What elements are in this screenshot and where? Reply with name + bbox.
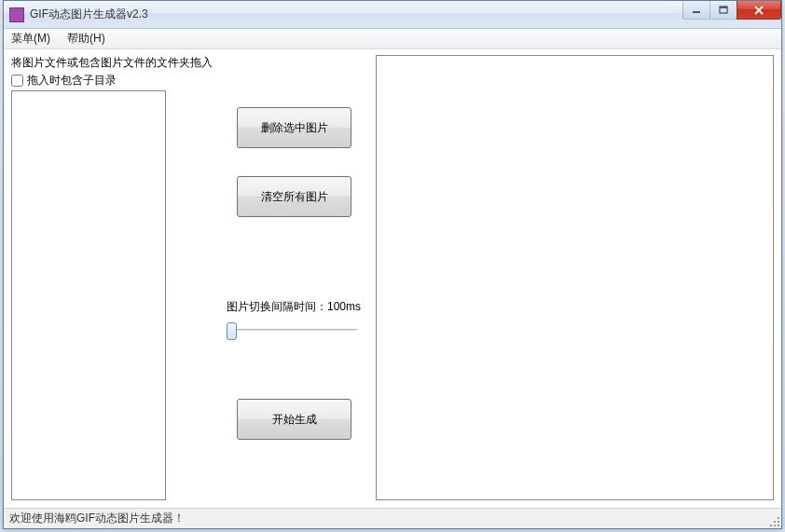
maximize-icon <box>719 6 728 15</box>
start-generate-button[interactable]: 开始生成 <box>237 399 351 440</box>
start-generate-label: 开始生成 <box>272 412 317 428</box>
delete-selected-label: 删除选中图片 <box>261 120 328 136</box>
slider-thumb[interactable] <box>227 322 237 340</box>
image-listbox[interactable] <box>11 90 166 500</box>
main-row: 将图片文件或包含图片文件的文件夹拖入 拖入时包含子目录 删除选中图片 清空所有图… <box>11 55 774 500</box>
menu-item-help[interactable]: 帮助(H) <box>67 31 105 47</box>
interval-slider[interactable] <box>227 319 362 343</box>
menubar: 菜单(M) 帮助(H) <box>4 29 781 49</box>
minimize-button[interactable] <box>682 1 710 20</box>
menu-item-menu[interactable]: 菜单(M) <box>11 31 50 47</box>
clear-all-label: 清空所有图片 <box>261 189 328 205</box>
client-area: 将图片文件或包含图片文件的文件夹拖入 拖入时包含子目录 删除选中图片 清空所有图… <box>4 49 781 508</box>
svg-rect-0 <box>693 11 700 13</box>
window-buttons <box>683 1 781 20</box>
include-subdir-label: 拖入时包含子目录 <box>27 73 117 89</box>
delete-selected-button[interactable]: 删除选中图片 <box>237 107 351 148</box>
middle-column: 删除选中图片 清空所有图片 图片切换间隔时间：100ms 开始生成 <box>222 55 366 500</box>
slider-track <box>230 329 358 332</box>
svg-rect-2 <box>720 7 727 8</box>
statusbar: 欢迎使用海鸥GIF动态图片生成器！ <box>4 508 781 528</box>
interval-label: 图片切换间隔时间：100ms <box>227 299 362 315</box>
close-icon <box>753 6 764 15</box>
maximize-button[interactable] <box>709 1 737 20</box>
resize-grip[interactable] <box>766 513 779 526</box>
clear-all-button[interactable]: 清空所有图片 <box>237 176 351 217</box>
app-window: GIF动态图片生成器v2.3 菜单(M) 帮助(H) 将图片文件或包含图片文件的… <box>3 0 782 529</box>
include-subdir-row[interactable]: 拖入时包含子目录 <box>11 73 213 89</box>
status-text: 欢迎使用海鸥GIF动态图片生成器！ <box>9 511 185 526</box>
drag-hint-text: 将图片文件或包含图片文件的文件夹拖入 <box>11 55 213 71</box>
preview-panel <box>376 55 774 500</box>
close-button[interactable] <box>737 1 781 20</box>
left-column: 将图片文件或包含图片文件的文件夹拖入 拖入时包含子目录 <box>11 55 213 500</box>
titlebar: GIF动态图片生成器v2.3 <box>4 1 781 29</box>
include-subdir-checkbox[interactable] <box>11 75 23 87</box>
minimize-icon <box>692 6 701 15</box>
window-title: GIF动态图片生成器v2.3 <box>30 7 148 22</box>
app-icon <box>9 7 24 22</box>
